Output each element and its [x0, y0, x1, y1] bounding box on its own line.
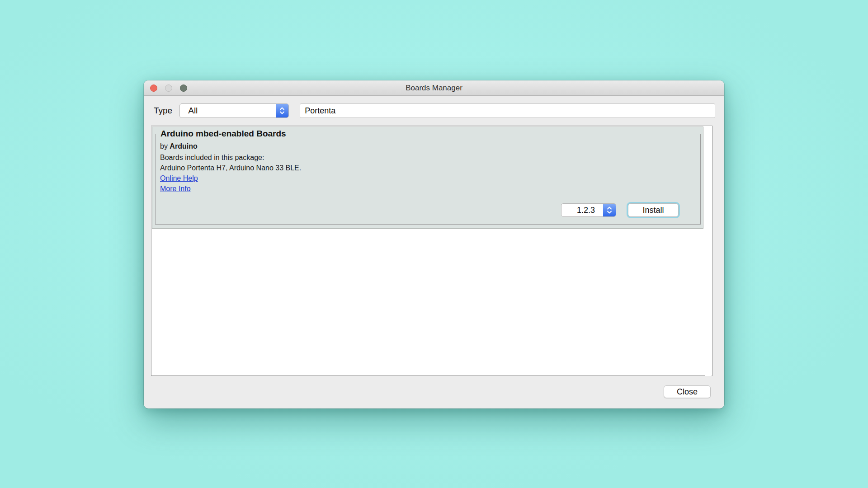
boards-included-list: Arduino Portenta H7, Arduino Nano 33 BLE…: [160, 163, 700, 173]
more-info-link[interactable]: More Info: [160, 183, 191, 194]
board-author: Arduino: [170, 142, 197, 150]
titlebar[interactable]: Boards Manager: [144, 80, 724, 96]
chevron-up-down-icon: [603, 204, 616, 216]
install-button[interactable]: Install: [628, 203, 679, 217]
window-title: Boards Manager: [144, 80, 724, 96]
filter-toolbar: Type All: [144, 96, 724, 126]
online-help-link[interactable]: Online Help: [160, 173, 198, 183]
board-fieldset: Arduino mbed-enabled Boards by Arduino B…: [155, 129, 701, 225]
type-dropdown[interactable]: All: [179, 103, 289, 118]
type-dropdown-value: All: [180, 106, 276, 116]
type-label: Type: [154, 106, 172, 116]
boards-included-label: Boards included in this package:: [160, 152, 700, 163]
chevron-up-down-icon: [276, 104, 288, 117]
board-actions: 1.2.3 Install: [561, 203, 679, 217]
boards-manager-window: Boards Manager Type All Arduino mbed-ena…: [144, 80, 724, 408]
scrollbar-track[interactable]: [705, 127, 712, 376]
version-dropdown[interactable]: 1.2.3: [561, 203, 616, 217]
close-button[interactable]: Close: [664, 385, 711, 398]
board-name: Arduino mbed-enabled Boards: [158, 129, 288, 139]
version-dropdown-value: 1.2.3: [561, 206, 603, 215]
search-input[interactable]: [300, 103, 715, 118]
board-list-item[interactable]: Arduino mbed-enabled Boards by Arduino B…: [152, 127, 703, 229]
boards-list: Arduino mbed-enabled Boards by Arduino B…: [151, 126, 712, 376]
board-author-line: by Arduino: [160, 142, 700, 150]
dialog-footer: Close: [144, 376, 724, 408]
by-label: by: [160, 142, 168, 150]
